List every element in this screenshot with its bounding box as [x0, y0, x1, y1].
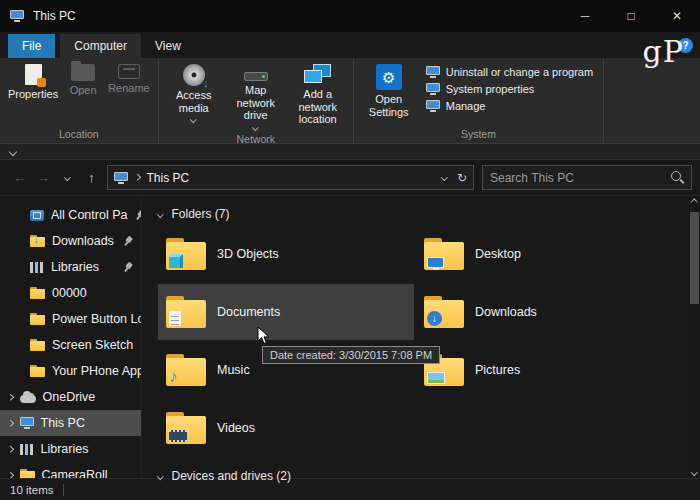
recent-locations-dropdown[interactable] — [56, 166, 79, 190]
up-button[interactable]: ↑ — [80, 166, 103, 190]
back-button[interactable]: ← — [8, 166, 31, 190]
folder-icon — [30, 365, 45, 377]
group-label-location: Location — [4, 126, 154, 143]
rename-button[interactable]: Rename — [104, 60, 154, 97]
expand-chevron-icon[interactable] — [7, 472, 13, 478]
this-pc-icon — [20, 417, 34, 429]
ribbon: Properties Open Rename Location ↓ Access… — [0, 58, 700, 144]
sidebar-item-libraries[interactable]: Libraries — [0, 436, 141, 462]
refresh-icon[interactable]: ↻ — [457, 171, 467, 185]
tab-view[interactable]: View — [141, 34, 195, 58]
tab-file[interactable]: File — [8, 34, 55, 58]
search-input[interactable] — [490, 171, 666, 185]
filmstrip-icon — [169, 430, 187, 442]
search-box — [482, 165, 692, 190]
sidebar-item-onedrive[interactable]: OneDrive — [0, 384, 141, 410]
tooltip: Date created: 3/30/2015 7:08 PM — [262, 346, 440, 364]
onedrive-cloud-icon — [20, 395, 36, 403]
folder-icon — [166, 412, 206, 444]
pin-icon — [120, 233, 135, 248]
collapse-group-chevron-icon[interactable] — [157, 211, 163, 217]
folder-icon — [166, 238, 206, 270]
this-pc-icon — [114, 172, 128, 184]
breadcrumb[interactable]: This PC — [147, 171, 190, 185]
libraries-icon — [20, 444, 34, 455]
scroll-down-icon[interactable] — [691, 469, 697, 475]
breadcrumb-chevron-icon[interactable] — [134, 174, 140, 180]
forward-button[interactable]: → — [32, 166, 55, 190]
dropdown-chevron-icon — [191, 116, 197, 122]
sidebar-item-00000[interactable]: 00000 — [0, 280, 141, 306]
folders-group-header[interactable]: Folders (7) — [158, 204, 674, 224]
folder-tile-documents[interactable]: Documents — [158, 284, 414, 340]
watermark: gP — [643, 34, 684, 69]
file-list-pane: Folders (7) 3D Objects Desktop Documents… — [142, 196, 700, 478]
main-area: All Control Pa ↓ Downloads Libraries 000… — [0, 196, 700, 478]
system-small-buttons: Uninstall or change a program System pro… — [420, 60, 599, 112]
folder-icon — [30, 287, 45, 299]
media-disc-icon: ↓ — [183, 64, 205, 86]
properties-icon — [25, 64, 42, 85]
folder-icon — [30, 339, 45, 351]
ribbon-collapse-strip — [0, 144, 700, 160]
sidebar-item-power-button[interactable]: Power Button Lo — [0, 306, 141, 332]
sidebar-item-screen-sketch[interactable]: Screen Sketch — [0, 332, 141, 358]
maximize-button[interactable]: □ — [608, 0, 654, 32]
collapse-group-chevron-icon[interactable] — [157, 473, 163, 479]
expand-chevron-icon[interactable] — [7, 446, 13, 452]
vertical-scrollbar[interactable] — [689, 196, 700, 478]
pin-icon — [120, 259, 135, 274]
search-icon[interactable] — [671, 171, 684, 184]
folder-tile-desktop[interactable]: Desktop — [416, 226, 672, 282]
open-button[interactable]: Open — [62, 60, 104, 99]
sidebar-item-downloads[interactable]: ↓ Downloads — [0, 228, 141, 254]
folder-icon — [166, 296, 206, 328]
minimize-button[interactable]: ─ — [562, 0, 608, 32]
open-settings-button[interactable]: ⚙ Open Settings — [358, 60, 420, 120]
sidebar-item-this-pc[interactable]: This PC — [0, 410, 141, 436]
items-count: 10 items — [10, 484, 53, 496]
expand-chevron-icon[interactable] — [7, 394, 13, 400]
folder-tile-3d-objects[interactable]: 3D Objects — [158, 226, 414, 282]
ribbon-collapse-chevron-icon[interactable] — [9, 147, 17, 155]
navigation-pane: All Control Pa ↓ Downloads Libraries 000… — [0, 196, 142, 478]
address-bar[interactable]: This PC ↻ — [107, 165, 474, 190]
sidebar-item-your-phone-app[interactable]: Your PHone App — [0, 358, 141, 384]
mouse-cursor — [257, 326, 271, 348]
group-label-network: Network — [163, 131, 349, 148]
dropdown-chevron-icon — [253, 124, 259, 130]
folder-tile-videos[interactable]: Videos — [158, 400, 414, 456]
folder-tile-downloads[interactable]: ↓ Downloads — [416, 284, 672, 340]
music-note-icon: ♪ — [169, 368, 178, 385]
scrollbar-thumb[interactable] — [690, 212, 699, 304]
folder-icon — [30, 313, 45, 325]
download-arrow-icon: ↓ — [427, 311, 442, 326]
explorer-window: This PC ─ □ ✕ File Computer View ? Prope… — [0, 0, 700, 500]
devices-group-header[interactable]: Devices and drives (2) — [158, 466, 674, 486]
tab-computer[interactable]: Computer — [60, 34, 141, 58]
expand-chevron-icon[interactable] — [7, 420, 13, 426]
sidebar-item-libraries-pinned[interactable]: Libraries — [0, 254, 141, 280]
navigation-bar: ← → ↑ This PC ↻ — [0, 160, 700, 196]
ribbon-group-network: ↓ Access media Map network drive Add a n… — [159, 58, 354, 143]
system-properties-icon — [426, 83, 440, 95]
folder-icon — [20, 469, 35, 478]
system-properties-button[interactable]: System properties — [426, 83, 593, 95]
folder-tile-pictures[interactable]: Pictures — [416, 342, 672, 398]
downloads-folder-icon: ↓ — [30, 235, 45, 247]
sidebar-item-all-control-panel[interactable]: All Control Pa — [0, 202, 141, 228]
manage-button[interactable]: Manage — [426, 100, 593, 112]
uninstall-program-button[interactable]: Uninstall or change a program — [426, 66, 593, 78]
ribbon-tab-row: File Computer View ? — [0, 32, 700, 58]
add-network-location-button[interactable]: Add a network location — [287, 60, 349, 128]
close-button[interactable]: ✕ — [654, 0, 700, 32]
window-title: This PC — [33, 9, 76, 23]
pin-icon — [132, 207, 141, 222]
control-panel-icon — [30, 210, 44, 221]
scroll-up-icon[interactable] — [691, 199, 697, 205]
map-network-drive-button[interactable]: Map network drive — [225, 60, 287, 131]
properties-button[interactable]: Properties — [4, 60, 62, 103]
sidebar-item-cameraroll[interactable]: CameraRoll — [0, 462, 141, 478]
access-media-button[interactable]: ↓ Access media — [163, 60, 225, 124]
address-dropdown-icon[interactable] — [442, 174, 448, 180]
